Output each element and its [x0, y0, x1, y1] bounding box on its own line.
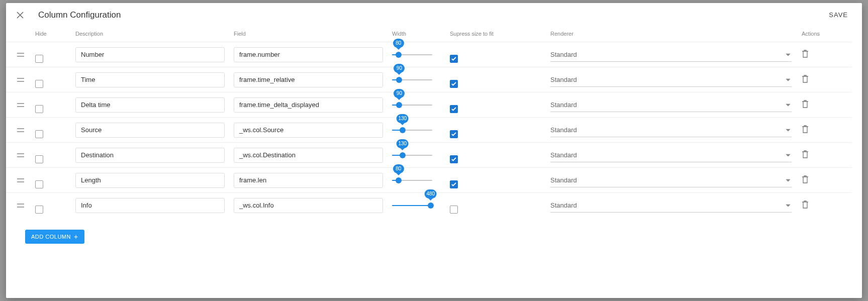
chevron-down-icon: [786, 76, 791, 83]
suppress-checkbox[interactable]: [450, 180, 458, 188]
slider-thumb[interactable]: [428, 203, 434, 209]
delete-icon[interactable]: [802, 75, 809, 83]
drag-handle-icon[interactable]: [6, 103, 35, 108]
suppress-checkbox[interactable]: [450, 130, 458, 138]
suppress-checkbox[interactable]: [450, 206, 458, 214]
slider-thumb[interactable]: [396, 77, 402, 83]
hide-checkbox[interactable]: [35, 180, 43, 188]
header-actions: Actions: [802, 31, 852, 37]
header-width: Width: [392, 31, 450, 37]
renderer-select[interactable]: Standard: [550, 48, 792, 62]
close-icon[interactable]: [16, 11, 24, 19]
plus-icon: +: [74, 233, 78, 240]
description-input[interactable]: [75, 173, 225, 188]
delete-icon[interactable]: [802, 125, 809, 133]
delete-icon[interactable]: [802, 150, 809, 158]
renderer-value: Standard: [550, 151, 577, 159]
field-input[interactable]: [234, 72, 383, 87]
field-input[interactable]: [234, 148, 383, 163]
chevron-down-icon: [786, 202, 791, 209]
drag-handle-icon[interactable]: [6, 128, 35, 133]
description-input[interactable]: [75, 72, 225, 87]
slider-value-badge: 130: [396, 114, 409, 123]
drag-handle-icon[interactable]: [6, 203, 35, 208]
field-input[interactable]: [234, 198, 383, 213]
header-field: Field: [234, 31, 392, 37]
add-column-button[interactable]: ADD COLUMN +: [25, 230, 84, 244]
slider-thumb[interactable]: [400, 127, 406, 133]
renderer-select[interactable]: Standard: [550, 173, 792, 187]
table-row: 480Standard: [6, 192, 852, 218]
slider-value-badge: 90: [394, 64, 405, 73]
chevron-down-icon: [786, 176, 791, 184]
hide-checkbox[interactable]: [35, 155, 43, 163]
suppress-checkbox[interactable]: [450, 155, 458, 163]
table-row: 80Standard: [6, 42, 852, 67]
width-slider[interactable]: 80: [392, 168, 450, 193]
slider-value-badge: 480: [424, 189, 437, 198]
delete-icon[interactable]: [802, 100, 809, 108]
renderer-value: Standard: [550, 176, 577, 184]
renderer-value: Standard: [550, 76, 577, 83]
suppress-checkbox[interactable]: [450, 80, 458, 88]
chevron-down-icon: [786, 126, 791, 134]
drag-handle-icon[interactable]: [6, 77, 35, 82]
renderer-select[interactable]: Standard: [550, 73, 792, 87]
chevron-down-icon: [786, 101, 791, 109]
suppress-checkbox[interactable]: [450, 105, 458, 113]
slider-thumb[interactable]: [400, 152, 406, 158]
renderer-value: Standard: [550, 202, 577, 209]
renderer-select[interactable]: Standard: [550, 148, 792, 162]
header-hide: Hide: [35, 31, 75, 37]
hide-checkbox[interactable]: [35, 130, 43, 138]
save-button[interactable]: SAVE: [825, 9, 852, 21]
slider-value-badge: 80: [393, 39, 404, 48]
hide-checkbox[interactable]: [35, 80, 43, 88]
field-input[interactable]: [234, 123, 383, 138]
table-row: 130Standard: [6, 142, 852, 167]
drag-handle-icon[interactable]: [6, 153, 35, 158]
width-slider[interactable]: 480: [392, 193, 450, 218]
description-input[interactable]: [75, 97, 225, 113]
renderer-value: Standard: [550, 101, 577, 109]
renderer-select[interactable]: Standard: [550, 198, 792, 213]
renderer-select[interactable]: Standard: [550, 123, 792, 137]
add-column-label: ADD COLUMN: [31, 234, 71, 240]
slider-thumb[interactable]: [396, 177, 402, 183]
header-renderer: Renderer: [550, 31, 802, 37]
field-input[interactable]: [234, 97, 383, 113]
table-row: 90Standard: [6, 92, 852, 117]
field-input[interactable]: [234, 47, 383, 62]
description-input[interactable]: [75, 148, 225, 163]
dialog-title: Column Configuration: [38, 10, 825, 20]
renderer-value: Standard: [550, 51, 577, 58]
table-row: 130Standard: [6, 117, 852, 142]
hide-checkbox[interactable]: [35, 206, 43, 214]
slider-value-badge: 80: [393, 164, 404, 173]
table-row: 80Standard: [6, 167, 852, 192]
delete-icon[interactable]: [802, 50, 809, 58]
field-input[interactable]: [234, 173, 383, 188]
hide-checkbox[interactable]: [35, 105, 43, 113]
description-input[interactable]: [75, 198, 225, 213]
renderer-value: Standard: [550, 126, 577, 134]
delete-icon[interactable]: [802, 175, 809, 183]
header-suppress: Supress size to fit: [450, 31, 550, 37]
slider-thumb[interactable]: [396, 52, 402, 58]
column-config-dialog: Column Configuration SAVE Hide Descripti…: [6, 3, 862, 298]
suppress-checkbox[interactable]: [450, 55, 458, 63]
description-input[interactable]: [75, 123, 225, 138]
slider-value-badge: 130: [396, 139, 409, 148]
dialog-header: Column Configuration SAVE: [6, 3, 862, 27]
chevron-down-icon: [786, 51, 791, 58]
chevron-down-icon: [786, 151, 791, 159]
drag-handle-icon[interactable]: [6, 52, 35, 57]
drag-handle-icon[interactable]: [6, 178, 35, 183]
description-input[interactable]: [75, 47, 225, 62]
slider-thumb[interactable]: [396, 102, 402, 108]
table-row: 90Standard: [6, 67, 852, 92]
delete-icon[interactable]: [802, 200, 809, 209]
renderer-select[interactable]: Standard: [550, 98, 792, 112]
hide-checkbox[interactable]: [35, 55, 43, 63]
table-header-row: Hide Description Field Width Supress siz…: [6, 27, 852, 42]
